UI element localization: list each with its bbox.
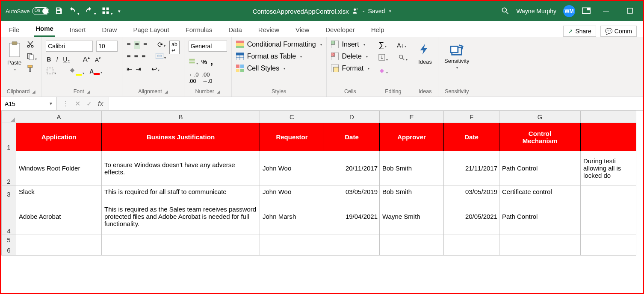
- table-header-cell[interactable]: Business Justification: [102, 123, 260, 151]
- table-cell[interactable]: 03/05/2019: [324, 185, 380, 198]
- paste-button[interactable]: Paste ▾: [6, 41, 23, 72]
- touch-mode-icon[interactable]: ▾: [101, 6, 113, 16]
- table-cell[interactable]: [102, 235, 260, 245]
- table-cell[interactable]: To ensure Windows doesn't have any adver…: [102, 151, 260, 185]
- format-as-table-button[interactable]: Format as Table▾: [236, 53, 302, 60]
- percent-style-button[interactable]: %: [201, 58, 207, 65]
- table-header-cell[interactable]: Approver: [380, 123, 444, 151]
- tab-help[interactable]: Help: [369, 23, 386, 37]
- increase-font-icon[interactable]: A▴: [82, 55, 90, 64]
- tab-data[interactable]: Data: [227, 23, 244, 37]
- dialog-launcher-icon[interactable]: ◢: [87, 89, 90, 94]
- row-header[interactable]: 2: [2, 151, 16, 185]
- column-header[interactable]: E: [380, 111, 444, 123]
- save-icon[interactable]: [54, 6, 63, 16]
- table-cell[interactable]: [380, 235, 444, 245]
- table-cell[interactable]: Wayne Smith: [380, 198, 444, 235]
- sort-filter-button[interactable]: A↓▾: [397, 42, 406, 49]
- enter-icon[interactable]: ✓: [86, 100, 92, 108]
- font-name-select[interactable]: [46, 41, 93, 52]
- table-cell[interactable]: [581, 185, 636, 198]
- column-header[interactable]: A: [16, 111, 102, 123]
- dialog-launcher-icon[interactable]: ◢: [217, 89, 220, 94]
- table-cell[interactable]: [444, 235, 499, 245]
- tab-insert[interactable]: Insert: [68, 23, 88, 37]
- column-header[interactable]: D: [324, 111, 380, 123]
- increase-decimal-icon[interactable]: ←.0.00: [189, 71, 199, 84]
- table-cell[interactable]: Certificate control: [499, 185, 581, 198]
- table-cell[interactable]: [499, 235, 581, 245]
- accounting-format-icon[interactable]: ▾: [189, 58, 198, 66]
- table-header-cell[interactable]: [581, 123, 636, 151]
- table-cell[interactable]: [581, 235, 636, 245]
- column-header[interactable]: C: [260, 111, 324, 123]
- search-icon[interactable]: [501, 6, 509, 16]
- align-left-icon[interactable]: ≡: [127, 53, 130, 61]
- table-cell[interactable]: Path Control: [499, 198, 581, 235]
- bold-button[interactable]: B: [46, 56, 52, 63]
- row-header[interactable]: 6: [2, 245, 16, 256]
- dialog-launcher-icon[interactable]: ◢: [32, 89, 35, 94]
- orientation-icon[interactable]: ⟳▾: [157, 41, 165, 49]
- column-header[interactable]: F: [444, 111, 499, 123]
- tab-formulas[interactable]: Formulas: [184, 23, 214, 37]
- share-button[interactable]: ↗Share: [563, 26, 596, 37]
- autosave-toggle[interactable]: AutoSave On: [6, 7, 49, 15]
- column-header[interactable]: G: [499, 111, 581, 123]
- font-color-button[interactable]: A▾: [89, 68, 103, 75]
- chevron-down-icon[interactable]: ▼: [49, 101, 53, 106]
- ribbon-display-icon[interactable]: [582, 7, 591, 15]
- row-header[interactable]: 1: [2, 123, 16, 151]
- increase-indent-icon[interactable]: ⇥: [136, 65, 141, 73]
- wrap-text-button[interactable]: ab↵: [169, 41, 179, 54]
- comments-button[interactable]: 💬Comm: [600, 26, 637, 37]
- table-cell[interactable]: Adobe Acrobat: [16, 198, 102, 235]
- table-cell[interactable]: John Woo: [260, 185, 324, 198]
- worksheet-grid[interactable]: ABCDEFG1ApplicationBusiness Justificatio…: [1, 111, 643, 256]
- tab-page-layout[interactable]: Page Layout: [131, 23, 171, 37]
- align-center-icon[interactable]: ≡: [134, 53, 138, 61]
- clear-button[interactable]: ▾: [378, 67, 388, 75]
- table-cell[interactable]: 03/05/2019: [444, 185, 499, 198]
- conditional-formatting-button[interactable]: Conditional Formatting▾: [236, 41, 322, 48]
- tab-draw[interactable]: Draw: [100, 23, 118, 37]
- sensitivity-button[interactable]: Sensitivity ▾: [443, 41, 471, 71]
- qat-customize-icon[interactable]: ▾: [118, 9, 121, 14]
- font-size-select[interactable]: [96, 41, 118, 52]
- find-select-button[interactable]: ▾: [398, 54, 408, 62]
- table-cell[interactable]: 21/11/2017: [444, 151, 499, 185]
- redo-icon[interactable]: ▾: [85, 6, 96, 16]
- align-middle-icon[interactable]: ≡: [134, 41, 140, 49]
- fill-button[interactable]: ▾: [378, 54, 388, 62]
- minimize-button[interactable]: ―: [597, 8, 614, 15]
- delete-cells-button[interactable]: Delete▾: [331, 53, 368, 60]
- table-cell[interactable]: During testi allowing all is locked do: [581, 151, 636, 185]
- table-cell[interactable]: [581, 198, 636, 235]
- table-cell[interactable]: Bob Smith: [380, 151, 444, 185]
- underline-button[interactable]: U▾: [62, 56, 71, 63]
- table-cell[interactable]: [380, 245, 444, 256]
- table-header-cell[interactable]: Date: [444, 123, 499, 151]
- table-header-cell[interactable]: ControlMechanism: [499, 123, 581, 151]
- table-cell[interactable]: [581, 245, 636, 256]
- table-cell[interactable]: This is required as the Sales team recei…: [102, 198, 260, 235]
- table-cell[interactable]: [260, 235, 324, 245]
- name-box[interactable]: A15 ▼: [1, 97, 57, 110]
- table-header-cell[interactable]: Application: [16, 123, 102, 151]
- save-state[interactable]: Saved: [368, 8, 385, 15]
- format-cells-button[interactable]: Format▾: [331, 65, 370, 72]
- table-cell[interactable]: Slack: [16, 185, 102, 198]
- table-cell[interactable]: Bob Smith: [380, 185, 444, 198]
- save-state-dropdown-icon[interactable]: ▾: [389, 9, 391, 13]
- avatar[interactable]: WM: [563, 5, 575, 17]
- tab-review[interactable]: Review: [257, 23, 281, 37]
- decrease-decimal-icon[interactable]: .00→.0: [202, 71, 212, 84]
- cut-icon[interactable]: [27, 41, 34, 50]
- decrease-indent-icon[interactable]: ⇤: [127, 65, 132, 73]
- table-cell[interactable]: [260, 245, 324, 256]
- cancel-icon[interactable]: ✕: [75, 100, 80, 108]
- italic-button[interactable]: I: [55, 56, 59, 63]
- table-header-cell[interactable]: Date: [324, 123, 380, 151]
- table-cell[interactable]: [102, 245, 260, 256]
- table-cell[interactable]: John Marsh: [260, 198, 324, 235]
